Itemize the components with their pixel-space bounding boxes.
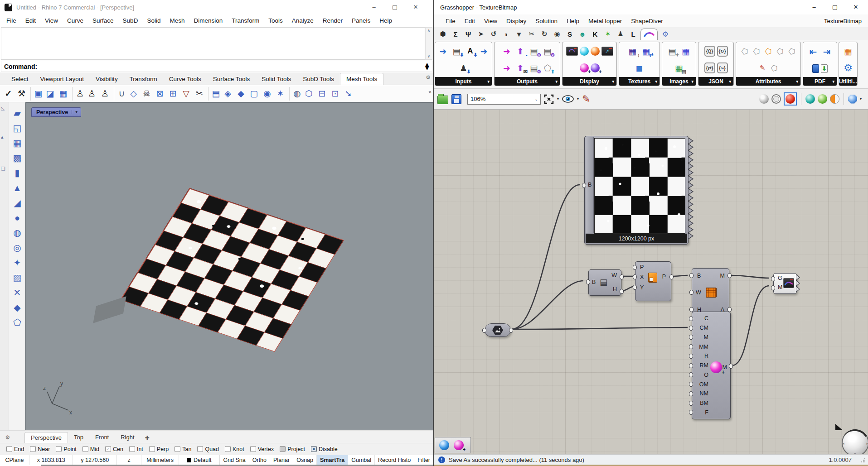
osnap-checkbox[interactable] [175,446,180,452]
mesh-tool-icon[interactable]: ⊡ [329,87,342,101]
pdf-export-icon[interactable]: ⬇ [821,64,828,73]
osnap-toggle[interactable]: Point [56,446,77,452]
tag-icon[interactable]: ✎ [757,64,767,72]
zoom-extents-icon[interactable] [544,94,554,104]
grasshopper-menu-item[interactable]: MetaHopper [584,18,626,24]
minimize-icon[interactable]: – [364,0,384,14]
material-component[interactable]: C CM M MM [692,312,731,419]
mesh-tool-icon[interactable]: ◇ [127,87,140,101]
preview-green-icon[interactable] [818,94,827,104]
port-out-W[interactable] [620,274,624,279]
viewport-title-tab[interactable]: Perspective ▼ [31,107,81,117]
command-input[interactable]: Command: ▲▼ [1,61,432,72]
utility-component-icon[interactable]: ⚙ [842,62,854,74]
port-out[interactable] [509,328,513,333]
dock-mini-icon[interactable]: ▴ [1,134,4,140]
mesh-tool-icon[interactable]: ◆ [234,87,247,101]
grasshopper-menu-item[interactable]: Edit [460,18,480,24]
json-component-icon[interactable]: {↻} [717,46,728,57]
magenta-material-icon[interactable] [454,440,464,450]
display-orb-icon[interactable] [580,47,589,56]
command-scrollbar[interactable]: ∧ ∨ [425,27,432,60]
display-window-icon[interactable]: ➚ [601,47,613,56]
port-out-H[interactable] [620,289,624,294]
settings-gear-icon[interactable]: ⚙ [659,30,672,40]
sidebar-tool-icon[interactable]: ● [11,211,24,224]
status-toggle[interactable]: Planar [270,455,293,465]
utility-component-icon[interactable]: ▦ [842,45,854,57]
status-toggle[interactable]: SmartTra [316,455,348,465]
image-component-icon[interactable]: ▤✦ [666,45,678,57]
output-component-icon[interactable]: ➜ [501,62,513,74]
rhino-menu-item[interactable]: Edit [21,17,40,24]
scroll-down-icon[interactable]: ∨ [427,54,430,58]
rhino-menu-item[interactable]: Dimension [189,17,227,24]
osnap-checkbox[interactable] [129,446,135,452]
toolbar-tab[interactable]: SubD Tools [297,73,340,85]
grasshopper-menu-item[interactable]: Help [562,18,584,24]
zoom-combo[interactable]: 106% ⌄ [467,94,541,105]
maximize-icon[interactable]: ▢ [384,0,405,14]
sketch-pen-icon[interactable]: ✎ [582,93,590,105]
input-component-icon[interactable]: A⬇ [465,45,476,57]
display-orb-icon[interactable]: + [580,63,589,72]
mesh-tool-icon[interactable]: ∪ [114,87,127,101]
mesh-tool-icon[interactable]: ◍ [289,87,302,101]
image-param-component[interactable] [485,323,511,337]
chevron-down-icon[interactable]: ▾ [557,97,559,101]
status-toggle[interactable]: Gumbal [348,455,374,465]
sidebar-tool-icon[interactable]: ▲ [11,182,24,194]
group-label[interactable]: Display▾ [563,77,616,86]
port-in-B[interactable] [582,183,586,188]
category-tab-icon[interactable]: ✶ [601,30,614,40]
mesh-tool-icon[interactable]: ☠ [140,87,153,101]
rhino-menu-item[interactable]: Panels [347,17,375,24]
status-toggle[interactable]: Osnap [293,455,316,465]
osnap-toggle[interactable]: ✓ Cen [105,446,123,452]
osnap-toggle[interactable]: Int [129,446,143,452]
osnap-toggle[interactable]: Near [30,446,50,452]
toolbar-tab[interactable]: Select [5,73,34,85]
resize-grip[interactable] [861,458,865,463]
checkered-mesh-plane[interactable] [120,188,344,352]
output-component-icon[interactable]: ▤⚙ [528,45,540,57]
category-tab-icon[interactable]: ➤ [475,30,487,40]
osnap-toggle[interactable]: ■ Disable [311,446,338,452]
layer-cell[interactable]: Default [179,455,219,465]
port-in-Y[interactable] [633,285,637,290]
bitmap-info-component[interactable]: B ▤ W H [588,269,621,296]
pdf-compress-icon[interactable]: ⇥ [821,46,833,58]
osnap-toggle[interactable]: Perp [149,446,169,452]
viewport-tab[interactable]: Right [115,432,140,443]
tag-icon[interactable]: ⬠ [770,63,779,73]
bitmap-viewer-component[interactable]: 1200x1200 px B [584,136,689,245]
maximize-icon[interactable]: ▢ [824,0,845,14]
group-label[interactable]: Outputs▾ [495,77,560,86]
grasshopper-menu-item[interactable]: View [480,18,502,24]
mesh-tool-icon[interactable]: ◪ [44,87,57,101]
port-in[interactable] [689,354,693,359]
mesh-tool-icon[interactable]: ⊞ [166,87,179,101]
json-component-icon[interactable]: {Q} [704,46,715,57]
port-in[interactable] [689,316,693,321]
toolbar-tab[interactable]: Viewport Layout [34,73,90,85]
json-component-icon[interactable]: {⇄} [704,62,715,73]
osnap-checkbox[interactable] [197,446,203,452]
osnap-toggle[interactable]: Mid [82,446,99,452]
preview-window-component[interactable]: G M [773,273,797,294]
port-in-G[interactable] [771,276,775,281]
category-tab-icon[interactable]: ✂ [525,30,538,40]
output-component-icon[interactable]: ▤⚙ [542,45,553,57]
category-tab-icon[interactable]: ⬢ [436,30,449,40]
osnap-toggle[interactable]: End [6,446,24,452]
command-history[interactable] [1,27,425,60]
grasshopper-canvas[interactable]: 1200x1200 px B B ▤ W H [434,110,868,454]
port-in-M[interactable] [771,285,775,290]
output-component-icon[interactable]: ➜ [501,45,513,57]
osnap-checkbox[interactable]: ✓ [105,446,111,452]
rhino-menu-item[interactable]: Tools [264,17,287,24]
mesh-tool-icon[interactable]: ◉ [261,87,274,101]
group-label[interactable]: Images▾ [662,77,696,86]
sidebar-tool-icon[interactable]: ▮ [11,167,24,179]
preview-eye-icon[interactable] [562,95,574,103]
